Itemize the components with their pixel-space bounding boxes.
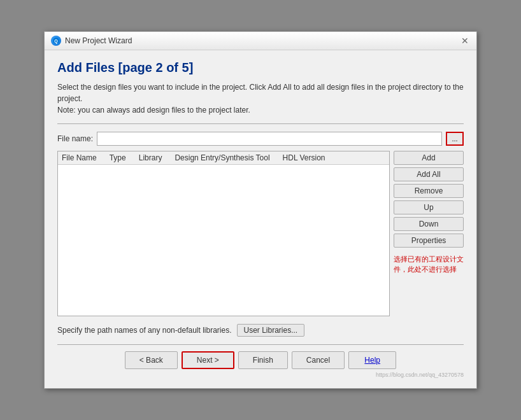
add-all-button[interactable]: Add All (394, 167, 464, 181)
file-table: File Name Type Library Design Entry/Synt… (57, 151, 390, 316)
file-name-label: File name: (57, 134, 93, 143)
file-name-input[interactable] (97, 132, 442, 146)
user-libs-label: Specify the path names of any non-defaul… (57, 326, 232, 335)
up-button[interactable]: Up (394, 200, 464, 214)
cancel-button[interactable]: Cancel (292, 351, 345, 369)
svg-text:Q: Q (54, 39, 58, 44)
right-side: Add Add All Remove Up Down Properties 选择… (394, 151, 464, 316)
main-area: File Name Type Library Design Entry/Synt… (57, 151, 464, 316)
next-button[interactable]: Next > (182, 351, 234, 369)
finish-button[interactable]: Finish (238, 351, 288, 369)
separator-bottom (57, 344, 464, 345)
col-hdl-version: HDL Version (283, 153, 325, 162)
title-bar: Q New Project Wizard ✕ (45, 32, 476, 50)
user-libs-row: Specify the path names of any non-defaul… (57, 324, 464, 337)
watermark: https://blog.csdn.net/qq_43270578 (57, 372, 464, 378)
page-title: Add Files [page 2 of 5] (57, 60, 464, 75)
user-libs-button[interactable]: User Libraries... (237, 324, 305, 337)
down-button[interactable]: Down (394, 217, 464, 231)
table-header: File Name Type Library Design Entry/Synt… (58, 151, 389, 165)
help-button[interactable]: Help (348, 351, 396, 369)
remove-button[interactable]: Remove (394, 184, 464, 198)
dialog-body: Add Files [page 2 of 5] Select the desig… (45, 50, 476, 388)
annotation-text: 选择已有的工程设计文件，此处不进行选择 (394, 255, 464, 273)
description: Select the design files you want to incl… (57, 81, 464, 116)
add-button[interactable]: Add (394, 151, 464, 165)
col-library: Library (139, 153, 162, 162)
browse-button[interactable]: ... (446, 132, 464, 146)
close-button[interactable]: ✕ (460, 36, 470, 46)
bottom-section: Specify the path names of any non-defaul… (57, 321, 464, 344)
col-type: Type (110, 153, 126, 162)
side-buttons: Add Add All Remove Up Down Properties (394, 151, 464, 248)
table-body (58, 165, 389, 316)
properties-button[interactable]: Properties (394, 234, 464, 248)
window-title: New Project Wizard (65, 36, 132, 45)
desc-line1: Select the design files you want to incl… (57, 83, 464, 103)
dialog-window: Q New Project Wizard ✕ Add Files [page 2… (44, 31, 477, 389)
desc-line2: Note: you can always add design files to… (57, 106, 250, 115)
annotation-area: 选择已有的工程设计文件，此处不进行选择 (394, 254, 464, 275)
app-icon: Q (51, 36, 61, 46)
footer-buttons: < Back Next > Finish Cancel Help (57, 351, 464, 369)
separator-top (57, 123, 464, 124)
back-button[interactable]: < Back (125, 351, 178, 369)
title-bar-left: Q New Project Wizard (51, 36, 132, 46)
col-design-tool: Design Entry/Synthesis Tool (175, 153, 269, 162)
file-name-row: File name: ... (57, 132, 464, 146)
col-filename: File Name (62, 153, 97, 162)
